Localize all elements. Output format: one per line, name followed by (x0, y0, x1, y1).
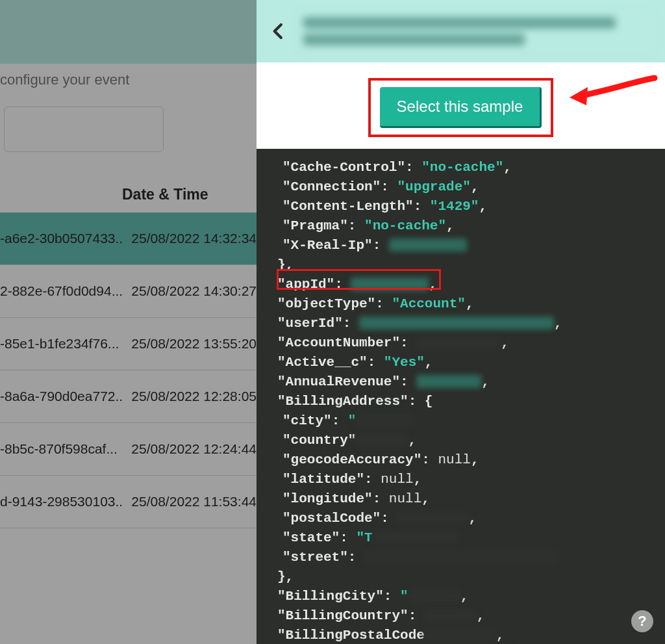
code-line: }, (270, 567, 659, 587)
event-row[interactable]: -a6e2-30b0507433... 25/08/2022 14:32:34 (0, 213, 257, 265)
code-line: "state": "T. (270, 528, 659, 548)
event-id: 2-882e-67f0d0d94... (0, 283, 123, 299)
event-rows: -a6e2-30b0507433... 25/08/2022 14:32:34 … (0, 213, 257, 528)
event-datetime: 25/08/2022 12:28:05 (123, 389, 257, 404)
code-line: "Connection": "upgrade", (270, 177, 659, 197)
date-time-column-header: Date & Time (0, 186, 257, 203)
detail-header (257, 0, 665, 62)
left-header-band (0, 0, 257, 64)
event-row[interactable]: 2-882e-67f0d0d94... 25/08/2022 14:30:27 (0, 265, 257, 318)
event-id: -a6e2-30b0507433... (0, 231, 123, 246)
code-line: "AnnualRevenue": ., (270, 372, 659, 392)
select-sample-button[interactable]: Select this sample (380, 87, 542, 128)
sample-detail-panel: Select this sample "Cache-Control": "no-… (257, 0, 665, 644)
search-input[interactable] (4, 107, 164, 152)
event-id: d-9143-298530103... (0, 494, 123, 509)
code-line: "postalCode": ., (270, 509, 659, 528)
code-line: "objectType": "Account", (270, 294, 659, 314)
back-button[interactable] (267, 19, 290, 43)
event-datetime: 25/08/2022 11:53:44 (123, 494, 257, 509)
event-row[interactable]: -85e1-b1fe234f76... 25/08/2022 13:55:20 (0, 318, 257, 370)
code-line: "street": . (270, 548, 659, 567)
code-line: "Content-Length": "1429", (270, 197, 659, 216)
code-line: "geocodeAccuracy": null, (270, 450, 659, 470)
event-datetime: 25/08/2022 14:32:34 (123, 231, 257, 246)
chevron-left-icon (269, 21, 288, 41)
event-id: -8a6a-790d0ea772... (0, 389, 123, 404)
select-sample-area: Select this sample (257, 62, 665, 149)
code-line: "X-Real-Ip": . (270, 236, 659, 255)
configure-event-text: configure your event (0, 71, 257, 88)
code-line: "appId": ., (270, 275, 659, 294)
json-payload-viewer: "Cache-Control": "no-cache","Connection"… (257, 149, 665, 644)
code-line: "city": ". (270, 411, 659, 431)
code-line: "userId": ., (270, 314, 659, 333)
event-id: -85e1-b1fe234f76... (0, 336, 123, 352)
event-list-panel: configure your event Date & Time -a6e2-3… (0, 0, 257, 644)
event-row[interactable]: -8b5c-870f598caf... 25/08/2022 12:24:44 (0, 423, 257, 476)
code-line: "longitude": null, (270, 489, 659, 509)
code-line: "BillingCity": "., (270, 587, 659, 606)
code-line: "BillingCountry": ., (270, 606, 659, 626)
event-datetime: 25/08/2022 12:24:44 (123, 441, 257, 457)
code-line: "Active__c": "Yes", (270, 353, 659, 372)
event-datetime: 25/08/2022 14:30:27 (123, 283, 257, 299)
code-line: "BillingAddress": { (270, 392, 659, 411)
event-datetime: 25/08/2022 13:55:20 (123, 336, 257, 352)
code-line: "BillingPostalCode., (270, 626, 659, 644)
detail-title-redacted (299, 12, 655, 51)
code-line: "Cache-Control": "no-cache", (270, 158, 659, 177)
event-row[interactable]: -8a6a-790d0ea772... 25/08/2022 12:28:05 (0, 370, 257, 423)
event-row[interactable]: d-9143-298530103... 25/08/2022 11:53:44 (0, 476, 257, 528)
code-line: "AccountNumber": ., (270, 333, 659, 353)
code-line: "Pragma": "no-cache", (270, 216, 659, 236)
help-button[interactable]: ? (631, 610, 653, 632)
code-line: "latitude": null, (270, 470, 659, 489)
code-line: "country"., (270, 431, 659, 450)
annotation-highlight-box: Select this sample (368, 78, 554, 137)
code-line: }, (270, 255, 659, 275)
event-id: -8b5c-870f598caf... (0, 441, 123, 457)
